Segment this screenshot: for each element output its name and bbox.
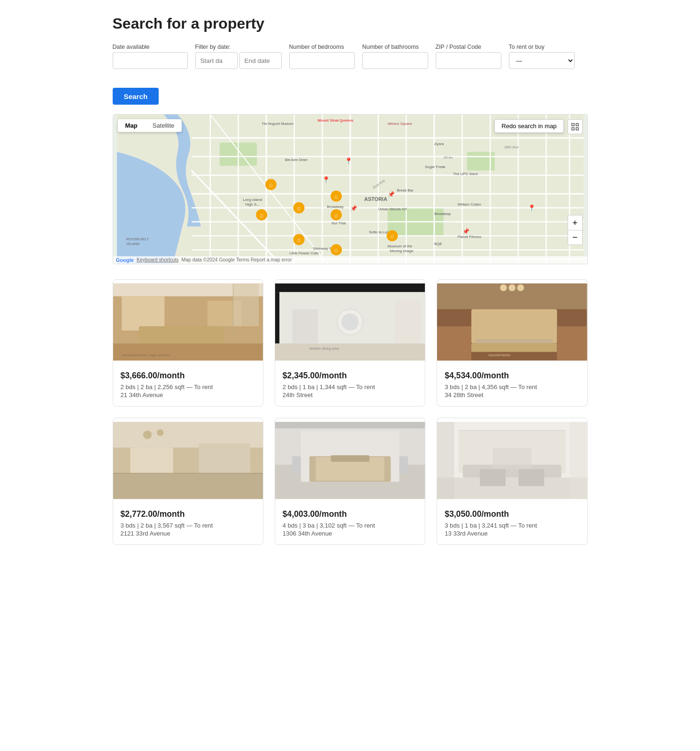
svg-rect-118 — [130, 448, 173, 474]
date-available-label: Date available — [113, 44, 188, 50]
listing-info-2: $2,345.00/month 2 bds | 1 ba | 1,344 sqf… — [275, 364, 425, 406]
listing-price-4: $2,772.00/month — [121, 509, 255, 519]
main-page: Search for a property Date available Fil… — [101, 0, 599, 560]
svg-rect-135 — [570, 422, 587, 499]
svg-rect-98 — [292, 309, 318, 344]
date-range — [195, 52, 282, 69]
map-attribution: Google Keyboard shortcuts Map data ©2024… — [113, 256, 587, 264]
svg-point-110 — [509, 284, 516, 291]
date-available-group: Date available — [113, 44, 188, 69]
svg-rect-139 — [519, 469, 545, 486]
rent-buy-group: To rent or buy — To rent To buy — [509, 44, 575, 69]
svg-rect-128 — [331, 455, 369, 462]
map-tab-satellite[interactable]: Satellite — [145, 119, 182, 132]
listing-image-2: Modern dining area — [275, 280, 425, 364]
map-tab-map[interactable]: Map — [118, 119, 145, 132]
keyboard-shortcuts-link[interactable]: Keyboard shortcuts — [137, 257, 179, 263]
svg-text:28th Ave: 28th Ave — [504, 145, 518, 149]
listing-info-1: $3,666.00/month 2 bds | 2 ba | 2,256 sqf… — [113, 364, 263, 406]
filter-by-date-label: Filter by date: — [195, 44, 282, 50]
svg-text:Sugar Freak: Sugar Freak — [425, 165, 446, 169]
listing-image-6 — [437, 418, 587, 503]
svg-rect-109 — [557, 326, 587, 360]
listing-address-4: 2121 33rd Avenue — [121, 530, 255, 537]
listing-image-3: Gourmet kitchen — [437, 280, 587, 364]
svg-rect-97 — [275, 344, 425, 360]
listing-info-4: $2,772.00/month 3 bds | 2 ba | 3,567 sqf… — [113, 503, 263, 544]
svg-text:⌂: ⌂ — [334, 212, 338, 219]
search-button[interactable]: Search — [113, 88, 159, 105]
svg-text:ASTORIA: ASTORIA — [364, 196, 387, 202]
svg-rect-89 — [122, 296, 164, 330]
map-container: ASTORIA DUTCH KILLS ROOSEVELT ISLAND 31s… — [113, 114, 588, 264]
svg-rect-85 — [576, 128, 578, 130]
end-date-input[interactable] — [239, 52, 282, 69]
bathrooms-group: Number of bathrooms — [362, 44, 428, 69]
svg-rect-113 — [476, 339, 553, 343]
bedrooms-group: Number of bedrooms — [289, 44, 355, 69]
svg-text:📌: 📌 — [350, 205, 357, 212]
listing-image-5 — [275, 418, 425, 503]
svg-rect-96 — [275, 284, 425, 292]
bathrooms-input[interactable] — [362, 52, 428, 69]
listing-price-2: $2,345.00/month — [283, 371, 417, 381]
svg-rect-108 — [437, 326, 471, 360]
listing-details-3: 3 bds | 2 ba | 4,356 sqft — To rent — [445, 383, 579, 391]
svg-text:William Cullen: William Cullen — [457, 202, 481, 207]
date-available-input[interactable] — [113, 52, 188, 69]
svg-text:The Noguchi Museum: The Noguchi Museum — [262, 122, 293, 126]
zip-input[interactable] — [436, 52, 501, 69]
map-background[interactable]: ASTORIA DUTCH KILLS ROOSEVELT ISLAND 31s… — [113, 115, 587, 264]
map-view-tabs: Map Satellite — [118, 119, 182, 132]
start-date-input[interactable] — [195, 52, 238, 69]
svg-text:Bel Aire Diner: Bel Aire Diner — [285, 158, 308, 162]
listing-details-2: 2 bds | 1 ba | 1,344 sqft — To rent — [283, 383, 417, 391]
bedrooms-input[interactable] — [289, 52, 355, 69]
svg-text:Broadway: Broadway — [327, 205, 343, 209]
svg-text:⌂: ⌂ — [269, 181, 273, 188]
rent-buy-select[interactable]: — To rent To buy — [509, 52, 575, 69]
listing-info-6: $3,050.00/month 3 bds | 1 ba | 3,241 sqf… — [437, 503, 587, 544]
svg-text:Planet Fitness: Planet Fitness — [457, 235, 481, 239]
svg-text:BQE: BQE — [434, 242, 442, 246]
svg-text:Break Bar: Break Bar — [397, 188, 414, 192]
svg-rect-87 — [113, 344, 263, 360]
listing-card-5[interactable]: $4,003.00/month 4 bds | 3 ba | 3,102 sqf… — [275, 418, 425, 545]
svg-text:⌂: ⌂ — [334, 246, 338, 253]
svg-text:Long Island: Long Island — [243, 198, 262, 202]
listing-price-5: $4,003.00/month — [283, 509, 417, 519]
bedrooms-label: Number of bedrooms — [289, 44, 355, 50]
listing-card-3[interactable]: Gourmet kitchen $4,534.00/month 3 bds | … — [437, 279, 587, 406]
svg-text:⌂: ⌂ — [390, 232, 394, 239]
svg-text:Broadway: Broadway — [434, 212, 450, 216]
listing-card-1[interactable]: Hardwood floors, large windows $3,666.00… — [113, 279, 263, 406]
svg-rect-106 — [471, 309, 557, 344]
svg-rect-83 — [576, 123, 578, 126]
svg-rect-92 — [233, 284, 259, 326]
listing-address-1: 21 34th Avenue — [121, 391, 255, 398]
svg-text:⌂: ⌂ — [297, 236, 300, 243]
svg-text:Steinway St: Steinway St — [313, 246, 333, 251]
listing-card-6[interactable]: $3,050.00/month 3 bds | 1 ba | 3,241 sqf… — [437, 418, 587, 545]
listing-image-1: Hardwood floors, large windows — [113, 280, 263, 364]
svg-text:Moving Image: Moving Image — [390, 249, 413, 253]
filter-bar: Date available Filter by date: Number of… — [113, 44, 588, 69]
listing-card-4[interactable]: $2,772.00/month 3 bds | 2 ba | 3,567 sqf… — [113, 418, 263, 545]
zoom-out-button[interactable]: − — [568, 230, 583, 245]
listing-address-3: 34 28th Street — [445, 391, 579, 398]
listing-card-2[interactable]: Modern dining area $2,345.00/month 2 bds… — [275, 279, 425, 406]
svg-text:Athens Square: Athens Square — [387, 122, 412, 126]
zip-group: ZIP / Postal Code — [436, 44, 501, 69]
svg-text:Modern dining area: Modern dining area — [309, 346, 339, 351]
svg-text:30 Av: 30 Av — [443, 155, 453, 160]
listing-price-3: $4,534.00/month — [445, 371, 579, 381]
listing-details-6: 3 bds | 1 ba | 3,241 sqft — To rent — [445, 522, 579, 529]
svg-text:ROOSEVELT: ROOSEVELT — [126, 237, 149, 241]
zoom-in-button[interactable]: + — [568, 215, 583, 230]
redo-search-button[interactable]: Redo search in map — [494, 119, 563, 133]
fullscreen-button[interactable] — [568, 119, 583, 134]
svg-rect-130 — [399, 456, 408, 473]
svg-point-120 — [143, 430, 151, 439]
zip-label: ZIP / Postal Code — [436, 44, 501, 50]
listing-info-3: $4,534.00/month 3 bds | 2 ba | 4,356 sqf… — [437, 364, 587, 406]
